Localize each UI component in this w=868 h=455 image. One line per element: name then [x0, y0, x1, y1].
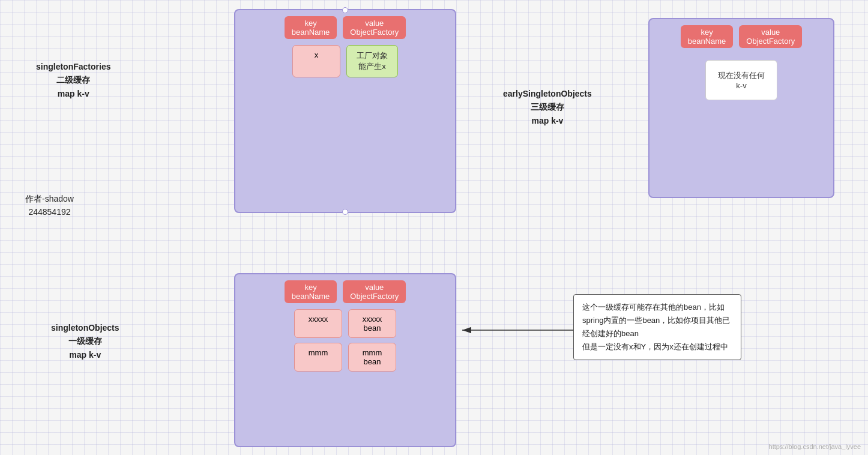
annotation-box: 这个一级缓存可能存在其他的bean，比如spring内置的一些bean，比如你项…: [573, 294, 741, 360]
singleton-factories-header: key beanName value ObjectFactory: [241, 16, 449, 39]
eso-value-badge: value ObjectFactory: [739, 25, 802, 48]
so-row1-key: xxxxx: [294, 309, 342, 338]
sf-key-badge: key beanName: [285, 16, 337, 39]
sf-entry-value: 工厂对象 能产生x: [346, 45, 398, 77]
sf-value-badge: value ObjectFactory: [343, 16, 406, 39]
so-header: key beanName value ObjectFactory: [241, 280, 449, 303]
early-singleton-label: earlySingletonObjects 三级缓存 map k-v: [503, 87, 592, 127]
singleton-factories-map: key beanName value ObjectFactory x 工厂对象 …: [234, 9, 456, 213]
singleton-objects-label: singletonObjects 一级缓存 map k-v: [51, 321, 119, 361]
eso-empty-cell: 现在没有任何 k-v: [705, 60, 777, 100]
so-row1-value: xxxxx bean: [348, 309, 396, 338]
eso-empty-row: 现在没有任何 k-v: [656, 60, 827, 100]
so-row2-key: mmm: [294, 343, 342, 372]
eso-key-badge: key beanName: [681, 25, 734, 48]
so-value-badge: value ObjectFactory: [343, 280, 406, 303]
arrow-annotation-to-map: [456, 306, 582, 354]
singleton-objects-map: key beanName value ObjectFactory xxxxx x…: [234, 273, 456, 447]
so-row2-value: mmm bean: [348, 343, 396, 372]
annotation-text: 这个一级缓存可能存在其他的bean，比如spring内置的一些bean，比如你项…: [582, 303, 730, 351]
author-label: 作者-shadow 244854192: [25, 192, 74, 219]
watermark: https://blog.csdn.net/java_lyvee: [769, 443, 861, 450]
sf-entry-row: x 工厂对象 能产生x: [241, 45, 449, 77]
so-key-badge: key beanName: [285, 280, 337, 303]
eso-header: key beanName value ObjectFactory: [656, 25, 827, 48]
singleton-factories-label: singletonFactories 二级缓存 map k-v: [36, 60, 110, 100]
sf-entry-key: x: [292, 45, 340, 77]
so-row2: mmm mmm bean: [241, 343, 449, 372]
so-row1: xxxxx xxxxx bean: [241, 309, 449, 338]
early-singleton-map: key beanName value ObjectFactory 现在没有任何 …: [648, 18, 834, 198]
